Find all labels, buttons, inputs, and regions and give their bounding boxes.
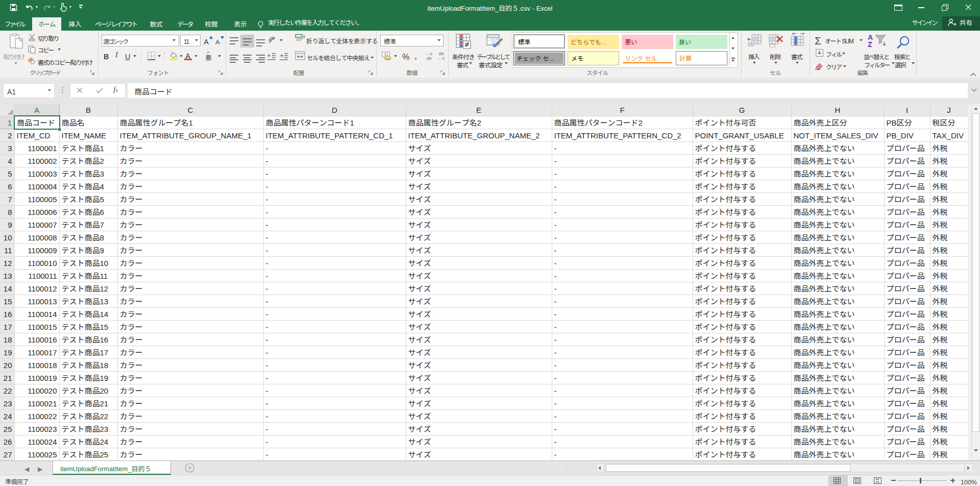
svg-text:→.0: →.0 — [437, 56, 445, 60]
svg-text:.00: .00 — [426, 56, 432, 60]
svg-text:ab: ab — [267, 36, 274, 43]
